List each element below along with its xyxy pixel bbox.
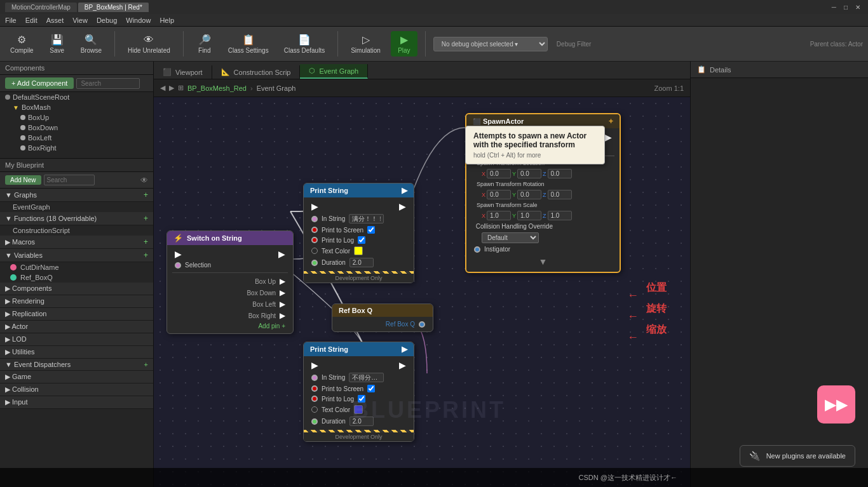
add-graph-icon[interactable]: + [144, 190, 148, 199]
collision-dropdown[interactable]: Default [482, 232, 539, 243]
tree-item-default-scene-root[interactable]: DefaultSceneRoot [0, 92, 153, 102]
rot-y-input[interactable] [517, 190, 541, 199]
tree-item-boxmash[interactable]: ▼ BoxMash [0, 102, 153, 112]
tree-item-boxleft[interactable]: BoxLeft [0, 133, 153, 143]
title-tab-1[interactable]: MotionControllerMap [5, 3, 77, 12]
section-collision[interactable]: ▶ Collision [0, 384, 153, 396]
variable-refboxq[interactable]: Ref_BoxQ [0, 272, 153, 283]
loc-y-input[interactable] [517, 169, 541, 178]
rot-x-input[interactable] [487, 190, 511, 199]
viewport-icon: ⬛ [163, 68, 172, 76]
breadcrumb-root[interactable]: BP_BoxMesh_Red [187, 84, 247, 92]
expand-more-btn[interactable]: ▼ [471, 254, 614, 269]
add-function-icon[interactable]: + [144, 214, 148, 223]
color-swatch[interactable] [354, 246, 363, 255]
menu-help[interactable]: Help [159, 17, 174, 24]
add-macro-icon[interactable]: + [144, 237, 148, 246]
section-lod[interactable]: ▶ LOD [0, 333, 153, 346]
duration-input[interactable] [349, 417, 374, 426]
section-input[interactable]: ▶ Input [0, 396, 153, 409]
in-string-input[interactable] [349, 214, 384, 223]
section-variables[interactable]: ▼ Variables+ [0, 249, 153, 262]
browse-button[interactable]: 🔍 Browse [76, 31, 107, 57]
compile-button[interactable]: ⚙ Compile [5, 31, 39, 57]
expand-icon[interactable]: + [609, 117, 613, 126]
grid-icon: ⊞ [178, 84, 184, 92]
menu-debug[interactable]: Debug [97, 17, 117, 24]
add-variable-icon[interactable]: + [144, 251, 148, 260]
node-print-string-1[interactable]: Print String ▶ ▶ ▶ In String Print to Sc… [303, 183, 414, 283]
find-button[interactable]: 🔎 Find [191, 31, 218, 57]
minimize-button[interactable]: ─ [829, 4, 839, 11]
tree-label: DefaultSceneRoot [13, 93, 69, 101]
pin-bool-icon [311, 396, 318, 402]
eye-icon[interactable]: 👁 [140, 176, 148, 185]
loc-x-input[interactable] [487, 169, 511, 178]
parent-class-label: Parent class: Actor [810, 41, 863, 48]
color-swatch[interactable] [354, 405, 363, 414]
blueprint-search-input[interactable] [44, 175, 95, 185]
hide-unrelated-button[interactable]: 👁 Hide Unrelated [123, 32, 175, 57]
bili-tv-icon[interactable]: ▶ [817, 385, 855, 424]
save-icon: 💾 [51, 34, 64, 46]
eventgraph-item[interactable]: EventGraph [0, 202, 153, 212]
add-component-button[interactable]: + Add Component [5, 77, 74, 89]
print-to-screen-check[interactable] [367, 385, 375, 392]
print-to-screen-check[interactable] [367, 226, 375, 234]
menu-asset[interactable]: Asset [46, 17, 64, 24]
scale-x-input[interactable] [487, 211, 511, 220]
play-button[interactable]: ▶ Play [391, 31, 417, 57]
section-graphs[interactable]: ▼ Graphs+ [0, 189, 153, 202]
section-rendering[interactable]: ▶ Rendering [0, 295, 153, 308]
menu-file[interactable]: File [5, 17, 17, 24]
debug-select[interactable]: No debug object selected ▾ [433, 37, 548, 51]
print-to-log-check[interactable] [358, 395, 365, 403]
nav-forward-icon[interactable]: ▶ [169, 84, 174, 92]
section-utilities[interactable]: ▶ Utilities [0, 346, 153, 359]
section-game[interactable]: ▶ Game [0, 371, 153, 384]
variable-cutdirname[interactable]: CutDirName [0, 262, 153, 272]
save-button[interactable]: 💾 Save [44, 31, 71, 57]
tree-item-boxright[interactable]: BoxRight [0, 143, 153, 153]
component-search-input[interactable] [76, 78, 140, 89]
title-tab-2[interactable]: BP_BoxMesh | Red* [78, 3, 149, 12]
nav-back-icon[interactable]: ◀ [160, 84, 165, 92]
breadcrumb-current: Event Graph [257, 84, 296, 92]
class-defaults-button[interactable]: 📄 Class Defaults [279, 31, 330, 57]
tab-construction-script[interactable]: 📐 Construction Scrip [212, 65, 301, 79]
tree-item-boxup[interactable]: BoxUp [0, 112, 153, 123]
add-new-button[interactable]: Add New [5, 175, 41, 185]
menu-view[interactable]: View [72, 17, 88, 24]
duration-input[interactable] [349, 258, 374, 267]
tab-viewport[interactable]: ⬛ Viewport [154, 65, 212, 79]
rot-z-input[interactable] [548, 190, 572, 199]
tree-item-boxdown[interactable]: BoxDown [0, 123, 153, 133]
section-components[interactable]: ▶ Components [0, 283, 153, 295]
menu-window[interactable]: Window [126, 17, 151, 24]
print-to-log-check[interactable] [358, 236, 365, 244]
section-event-dispatchers[interactable]: ▼ Event Dispatchers+ [0, 359, 153, 371]
maximize-button[interactable]: □ [841, 4, 850, 11]
tab-event-graph[interactable]: ⬡ Event Graph [300, 64, 368, 79]
section-replication[interactable]: ▶ Replication [0, 308, 153, 321]
canvas[interactable]: ⚡ Switch on String ▶ ▶ Selection Box Up … [154, 97, 690, 487]
node-print-string-2[interactable]: Print String ▶ ▶ ▶ In String Print to Sc… [303, 342, 414, 442]
simulation-button[interactable]: ▷ Simulation [346, 31, 386, 57]
construction-script-item[interactable]: ConstructionScript [0, 225, 153, 236]
menu-edit[interactable]: Edit [25, 17, 37, 24]
section-macros[interactable]: ▶ Macros+ [0, 236, 153, 249]
class-settings-button[interactable]: 📋 Class Settings [223, 31, 274, 57]
close-button[interactable]: ✕ [853, 4, 863, 11]
node-switch-on-string[interactable]: ⚡ Switch on String ▶ ▶ Selection Box Up … [166, 230, 294, 334]
simulation-icon: ▷ [362, 34, 370, 46]
pin-addpin[interactable]: Add pin + [172, 321, 288, 331]
loc-z-input[interactable] [548, 169, 572, 178]
scale-z-input[interactable] [548, 211, 572, 220]
in-string-input[interactable] [349, 373, 384, 382]
scale-y-input[interactable] [517, 211, 541, 220]
node-ref-box-q[interactable]: Ref Box Q Ref Box Q [332, 304, 433, 332]
pin-label: In String [322, 215, 345, 222]
add-dispatcher-icon[interactable]: + [144, 361, 148, 368]
section-actor[interactable]: ▶ Actor [0, 321, 153, 333]
section-functions[interactable]: ▼ Functions (18 Overridable)+ [0, 212, 153, 225]
